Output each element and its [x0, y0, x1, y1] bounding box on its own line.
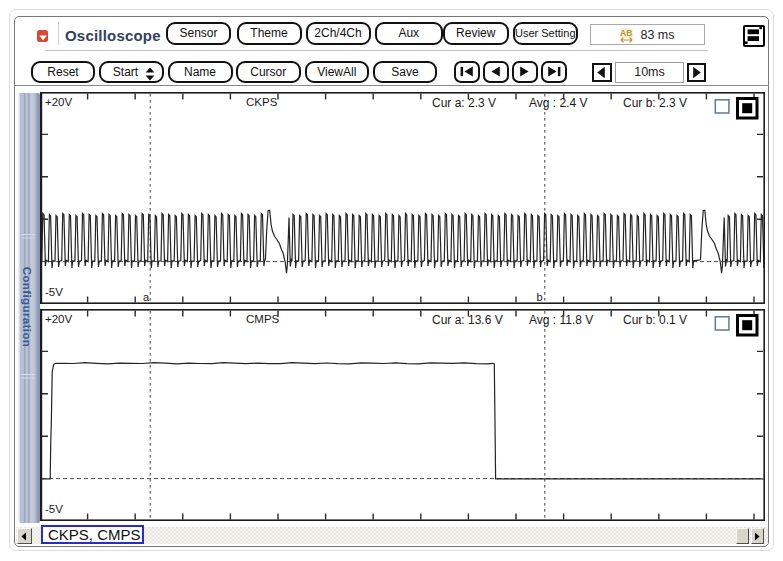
svg-text:CMPS: CMPS — [246, 313, 280, 325]
svg-text:-5V: -5V — [45, 285, 63, 297]
svg-text:Cur a: 2.3 V: Cur a: 2.3 V — [432, 95, 496, 109]
svg-text:Cur b: 0.1 V: Cur b: 0.1 V — [623, 313, 687, 327]
svg-text:+20V: +20V — [45, 313, 73, 325]
svg-text:Cur a: 13.6 V: Cur a: 13.6 V — [432, 313, 503, 327]
svg-text:AB: AB — [620, 28, 632, 38]
svg-text:a: a — [143, 291, 150, 303]
svg-text:Avg : 2.4 V: Avg : 2.4 V — [529, 95, 587, 109]
svg-text:+20V: +20V — [45, 96, 73, 108]
svg-text:Cur b: 2.3 V: Cur b: 2.3 V — [623, 95, 687, 109]
svg-text:b: b — [537, 291, 543, 303]
svg-text:-5V: -5V — [45, 503, 63, 515]
svg-text:Avg : 11.8 V: Avg : 11.8 V — [529, 313, 593, 327]
svg-text:CKPS: CKPS — [246, 96, 278, 108]
